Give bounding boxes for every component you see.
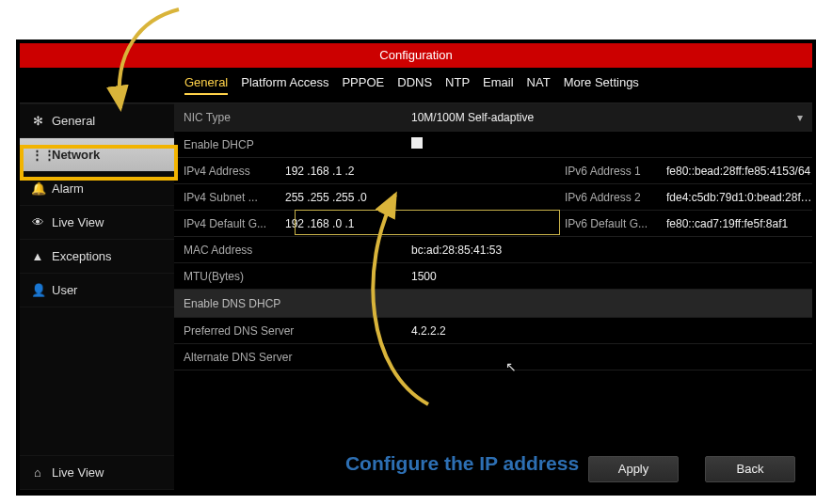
row-enable-dhcp: Enable DHCP xyxy=(174,132,812,158)
enable-dhcp-label: Enable DHCP xyxy=(174,138,406,151)
ipv6-address1-value: fe80::bead:28ff:fe85:4153/64 xyxy=(661,165,812,178)
gear-icon: ✻ xyxy=(31,114,44,128)
ipv4-gateway-input[interactable]: 192 .168 .0 .1 xyxy=(280,217,404,230)
sidebar-item-live-view-bottom[interactable]: ⌂ Live View xyxy=(20,455,174,490)
ipv4-gateway-label: IPv4 Default G... xyxy=(174,217,280,230)
sidebar-item-label: User xyxy=(52,283,77,297)
mac-value: bc:ad:28:85:41:53 xyxy=(406,244,812,257)
tab-ntp[interactable]: NTP xyxy=(445,75,470,95)
chevron-down-icon[interactable]: ▾ xyxy=(797,111,812,124)
mtu-label: MTU(Bytes) xyxy=(174,270,406,283)
home-icon: ⌂ xyxy=(31,465,44,480)
config-window: Configuration General Platform Access PP… xyxy=(16,39,816,496)
user-icon: 👤 xyxy=(31,283,44,297)
enable-dhcp-checkbox[interactable] xyxy=(411,137,423,149)
window-title: Configuration xyxy=(20,43,812,68)
ipv6-address2-value: fde4:c5db:79d1:0:bead:28ff:fe85:4153/64 xyxy=(661,191,812,204)
annotation-text: Configure the IP address xyxy=(345,452,579,475)
apply-button[interactable]: Apply xyxy=(588,456,679,482)
tab-pppoe[interactable]: PPPOE xyxy=(342,75,384,95)
sidebar: ✻ General ⋮⋮ Network 🔔 Alarm 👁 Live View… xyxy=(20,103,174,490)
row-ipv4-subnet: IPv4 Subnet ... 255 .255 .255 .0 IPv6 Ad… xyxy=(174,184,812,211)
preferred-dns-input[interactable]: 4.2.2.2 xyxy=(406,324,812,338)
cursor-icon: ↖ xyxy=(505,359,517,374)
tab-bar: General Platform Access PPPOE DDNS NTP E… xyxy=(20,68,812,103)
mac-label: MAC Address xyxy=(174,244,406,257)
back-button[interactable]: Back xyxy=(705,456,795,482)
row-alternate-dns: Alternate DNS Server xyxy=(174,344,812,370)
ipv6-address2-label: IPv6 Address 2 xyxy=(555,191,661,204)
row-ipv4-address: IPv4 Address 192 .168 .1 .2 IPv6 Address… xyxy=(174,158,812,184)
tab-email[interactable]: Email xyxy=(483,75,514,95)
sidebar-item-user[interactable]: 👤 User xyxy=(20,274,174,307)
sidebar-item-label: Network xyxy=(52,148,100,162)
ipv4-address-input[interactable]: 192 .168 .1 .2 xyxy=(280,165,404,178)
alternate-dns-label: Alternate DNS Server xyxy=(174,351,406,364)
tab-more-settings[interactable]: More Settings xyxy=(564,75,639,95)
ipv4-subnet-label: IPv4 Subnet ... xyxy=(174,191,280,204)
ipv4-subnet-input[interactable]: 255 .255 .255 .0 xyxy=(280,191,404,204)
sidebar-item-label: Exceptions xyxy=(52,249,112,263)
tab-general[interactable]: General xyxy=(184,75,228,95)
mtu-input[interactable]: 1500 xyxy=(406,270,812,283)
sidebar-item-label: Alarm xyxy=(52,181,84,196)
sidebar-item-exceptions[interactable]: ▲ Exceptions xyxy=(20,240,174,274)
sidebar-item-live-view[interactable]: 👁 Live View xyxy=(20,206,174,240)
sidebar-item-label: General xyxy=(52,114,95,128)
sidebar-item-label: Live View xyxy=(52,215,104,229)
sidebar-item-alarm[interactable]: 🔔 Alarm xyxy=(20,172,174,206)
enable-dns-dhcp-label: Enable DNS DHCP xyxy=(174,297,406,310)
ipv6-gateway-value: fe80::cad7:19ff:fe5f:8af1 xyxy=(661,217,812,230)
nic-type-value[interactable]: 10M/100M Self-adaptive xyxy=(406,111,797,124)
tab-platform-access[interactable]: Platform Access xyxy=(241,75,328,95)
ipv6-gateway-label: IPv6 Default G... xyxy=(555,217,661,230)
tab-ddns[interactable]: DDNS xyxy=(397,75,432,95)
triangle-icon: ▲ xyxy=(31,249,44,263)
bell-icon: 🔔 xyxy=(31,181,44,196)
nic-type-label: NIC Type xyxy=(174,111,406,124)
row-nic-type: NIC Type 10M/100M Self-adaptive ▾ xyxy=(174,103,812,132)
row-mtu: MTU(Bytes) 1500 xyxy=(174,263,812,290)
ipv4-address-label: IPv4 Address xyxy=(174,165,280,178)
form-panel: NIC Type 10M/100M Self-adaptive ▾ Enable… xyxy=(174,103,812,490)
sidebar-item-general[interactable]: ✻ General xyxy=(20,103,174,138)
row-mac: MAC Address bc:ad:28:85:41:53 xyxy=(174,237,812,263)
preferred-dns-label: Preferred DNS Server xyxy=(174,324,406,338)
sidebar-item-network[interactable]: ⋮⋮ Network xyxy=(20,138,174,172)
row-ipv4-gateway: IPv4 Default G... 192 .168 .0 .1 IPv6 De… xyxy=(174,211,812,237)
eye-icon: 👁 xyxy=(31,215,44,229)
row-preferred-dns: Preferred DNS Server 4.2.2.2 xyxy=(174,318,812,344)
sidebar-item-label: Live View xyxy=(52,465,104,480)
network-icon: ⋮⋮ xyxy=(31,148,44,162)
row-dns-dhcp: Enable DNS DHCP xyxy=(174,290,812,318)
tab-nat[interactable]: NAT xyxy=(527,75,551,95)
footer-buttons: Apply Back xyxy=(588,456,795,482)
ipv6-address1-label: IPv6 Address 1 xyxy=(555,165,661,178)
